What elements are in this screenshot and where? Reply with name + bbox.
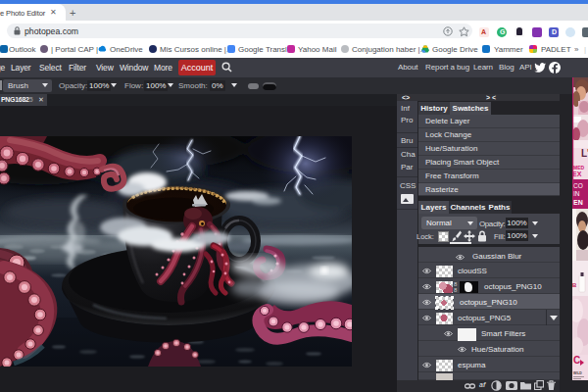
svg-text:EX: EX [572,171,582,177]
svg-text:C: C [573,355,580,366]
svg-text:B: B [572,282,577,288]
svg-text:EN: EN [573,199,583,206]
svg-text:IN: IN [573,190,580,197]
svg-text:L': L' [581,148,588,159]
svg-text:CO: CO [573,182,583,189]
svg-text:WILD: WILD [573,371,582,375]
